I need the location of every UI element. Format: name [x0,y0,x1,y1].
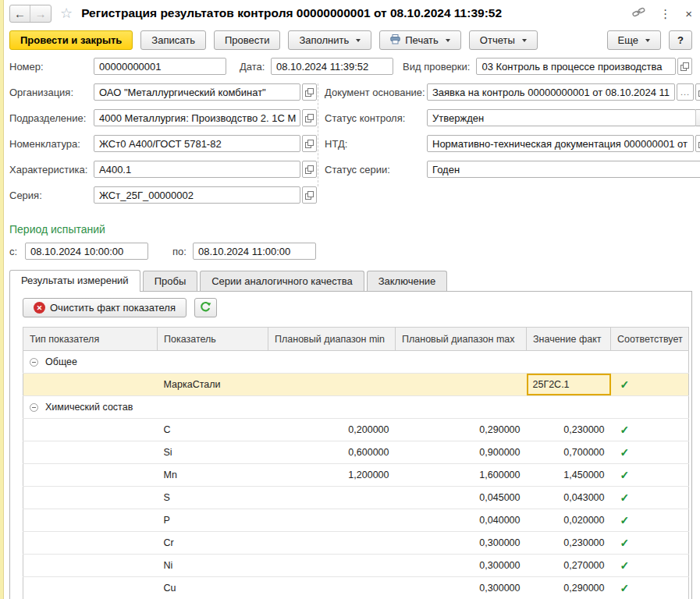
column-header[interactable]: Показатель [158,328,268,351]
save-button[interactable]: Записать [140,30,206,50]
match-cell[interactable]: ✓ [611,441,689,464]
clear-fact-button[interactable]: ✕ Очистить факт показателя [23,298,187,317]
max-cell[interactable]: 0,900000 [396,441,527,464]
max-cell[interactable]: 0,290000 [396,419,527,441]
max-cell[interactable]: 1,600000 [396,464,527,487]
nomenclature-input[interactable]: ЖСт0 А400/ГОСТ 5781-82 [94,135,300,152]
match-cell[interactable]: ✓ [611,464,689,487]
group-cell[interactable]: Общее [23,351,689,374]
favorite-star-icon[interactable]: ☆ [60,6,73,20]
tab-similar-quality-series[interactable]: Серии аналогичного качества [200,271,364,291]
type-cell[interactable] [23,419,158,441]
type-cell[interactable] [23,441,158,464]
indicator-cell[interactable]: Cu [158,577,268,599]
type-cell[interactable] [23,487,158,509]
min-cell[interactable] [268,555,396,577]
min-cell[interactable] [268,487,396,509]
match-cell[interactable]: ✓ [611,577,689,599]
fact-cell[interactable]: 0,270000 [527,555,611,577]
print-button[interactable]: Печать [379,30,461,50]
department-input[interactable]: 4000 Металлургия: Производство 2. 1С М [94,109,300,126]
department-open-button[interactable] [302,109,317,126]
max-cell[interactable]: 0,040000 [396,509,527,532]
match-cell[interactable]: ✓ [611,419,689,441]
type-cell[interactable] [23,555,158,577]
min-cell[interactable] [268,532,396,555]
indicator-cell[interactable]: Si [158,441,268,464]
control-status-select[interactable]: Утвержден [427,109,696,126]
indicator-cell[interactable]: Cr [158,532,268,555]
match-cell[interactable]: ✓ [611,555,689,577]
min-cell[interactable] [268,374,396,396]
control-status-dropdown-button[interactable] [695,109,700,126]
max-cell[interactable]: 0,300000 [396,577,527,599]
tab-samples[interactable]: Пробы [143,271,198,291]
type-cell[interactable] [23,374,158,396]
indicator-cell[interactable]: S [158,487,268,509]
min-cell[interactable]: 0,600000 [268,441,396,464]
type-cell[interactable] [23,464,158,487]
period-from-input[interactable]: 08.10.2024 10:00:00 [25,243,148,260]
max-cell[interactable]: 0,045000 [396,487,527,509]
base-document-open-button[interactable] [695,83,700,101]
collapse-icon[interactable] [30,403,38,412]
help-button[interactable]: ? [669,30,692,50]
column-header[interactable]: Значение факт [527,328,611,351]
fact-cell[interactable]: 0,020000 [527,509,611,532]
min-cell[interactable]: 1,200000 [268,464,396,487]
base-document-more-button[interactable]: ... [677,83,694,101]
indicator-cell[interactable]: МаркаСтали [158,374,268,396]
nomenclature-open-button[interactable] [302,135,317,152]
series-open-button[interactable] [302,186,317,204]
column-header[interactable]: Соответствует [611,328,689,351]
fact-cell[interactable]: 1,450000 [527,464,611,487]
fact-cell[interactable]: 0,230000 [527,532,611,555]
min-cell[interactable]: 0,200000 [268,419,396,441]
fact-cell[interactable]: 0,043000 [527,487,611,509]
fact-cell[interactable]: 0,700000 [527,441,611,464]
group-cell[interactable]: Химический состав [23,396,689,419]
tab-measurement-results[interactable]: Результаты измерений [9,270,140,292]
link-icon[interactable] [632,6,645,21]
indicator-cell[interactable]: Mn [158,464,268,487]
type-cell[interactable] [23,532,158,555]
column-header[interactable]: Плановый диапазон min [268,328,396,351]
column-header[interactable]: Плановый диапазон max [396,328,527,351]
type-cell[interactable] [23,509,158,532]
tab-conclusion[interactable]: Заключение [367,271,448,291]
period-to-input[interactable]: 08.10.2024 11:00:00 [193,243,316,260]
close-icon[interactable]: × [685,8,692,19]
match-cell[interactable]: ✓ [611,487,689,509]
indicator-cell[interactable]: P [158,509,268,532]
back-button[interactable]: ← [10,5,30,22]
kebab-menu-icon[interactable]: ⋮ [659,8,671,19]
refresh-button[interactable] [194,298,217,317]
check-kind-open-button[interactable] [677,58,692,75]
fact-cell[interactable]: 0,290000 [527,577,611,599]
match-cell[interactable]: ✓ [611,532,689,555]
min-cell[interactable] [268,577,396,599]
date-input[interactable]: 08.10.2024 11:39:52 [271,58,393,75]
organization-open-button[interactable] [302,83,317,101]
match-cell[interactable]: ✓ [611,374,689,396]
characteristic-input[interactable]: А400.1 [94,161,300,178]
ntd-input[interactable]: Нормативно-техническая документация 0000… [427,135,694,152]
max-cell[interactable]: 0,300000 [396,555,527,577]
post-button[interactable]: Провести [214,30,281,50]
fact-cell[interactable]: 25Г2С.1 [527,374,611,396]
type-cell[interactable] [23,577,158,599]
series-input[interactable]: ЖСт_25Г_00000002 [94,186,300,204]
organization-input[interactable]: ОАО "Металлургический комбинат" [94,83,300,101]
more-button[interactable]: Еще [607,30,661,50]
indicator-cell[interactable]: Ni [158,555,268,577]
base-document-input[interactable]: Заявка на контроль 00000000001 от 08.10.… [427,83,675,101]
min-cell[interactable] [268,509,396,532]
indicator-cell[interactable]: C [158,419,268,441]
check-kind-input[interactable]: 03 Контроль в процессе производства [476,58,676,75]
series-status-input[interactable]: Годен [427,161,700,178]
number-input[interactable]: 00000000001 [94,58,226,75]
ntd-open-button[interactable] [695,135,700,152]
reports-button[interactable]: Отчеты [469,30,538,50]
column-header[interactable]: Тип показателя [23,328,158,351]
max-cell[interactable]: 0,300000 [396,532,527,555]
